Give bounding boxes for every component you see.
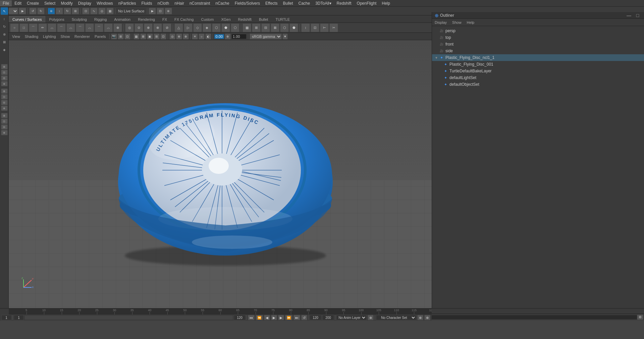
prev-frame-button[interactable]: ⏪ [256, 315, 263, 320]
menu-bullet[interactable]: Bullet [280, 0, 296, 6]
shelf-icon-13[interactable]: ◎ [125, 23, 134, 32]
outliner-item-front[interactable]: 🎥 front [432, 41, 644, 48]
shelf-icon-3[interactable]: ⌒ [29, 23, 38, 32]
tool-render-1[interactable]: ⊞ [1, 88, 8, 94]
shelf-icon-10[interactable]: ⌒ [95, 23, 103, 32]
tool-rotate[interactable]: ↻ [1, 23, 8, 30]
vp-icon-light1[interactable]: ☀ [192, 33, 198, 40]
vp-icon-panels5[interactable]: ⊡ [160, 33, 166, 40]
menu-effects[interactable]: Effects [263, 0, 280, 6]
vp-icon-light2[interactable]: ☼ [199, 33, 205, 40]
tab-polygons[interactable]: Polygons [45, 16, 68, 22]
menu-fields-solvers[interactable]: Fields/Solvers [232, 0, 263, 6]
shelf-icon-19[interactable]: ▷ [184, 23, 193, 32]
menu-nconstraint[interactable]: nConstraint [187, 0, 213, 6]
tb-btn-rot[interactable]: ↻ [64, 8, 71, 14]
shelf-icon-25[interactable]: ▦ [243, 23, 251, 32]
anim-layer-dropdown[interactable]: No Anim Layer [336, 315, 367, 320]
tab-xgen[interactable]: XGen [217, 16, 234, 22]
tool-scale[interactable]: ⊕ [1, 30, 8, 38]
tb-btn-move[interactable]: ↕ [56, 8, 63, 14]
char-set-icon[interactable]: ⊕ [417, 315, 423, 320]
shelf-icon-12[interactable]: ⊕ [113, 23, 122, 32]
tb-snap-curve[interactable]: ∿ [90, 8, 98, 14]
shelf-icon-33[interactable]: ⊢ [320, 23, 329, 32]
shelf-icon-11[interactable]: ⌓ [104, 23, 113, 32]
shelf-icon-14[interactable]: ⊙ [135, 23, 143, 32]
tb-snap-point[interactable]: ◎ [98, 8, 106, 14]
menu-cache[interactable]: Cache [296, 0, 313, 6]
timeline-end-frame[interactable] [234, 315, 246, 320]
shelf-icon-4[interactable]: ✏ [38, 23, 47, 32]
vp-menu-panels[interactable]: Panels [93, 34, 108, 39]
vp-colorspace-dropdown[interactable]: sRGB gamma [250, 33, 282, 40]
menu-create[interactable]: Create [24, 0, 42, 6]
vp-icon-cam[interactable]: 📷 [111, 33, 117, 40]
next-frame-button[interactable]: ⏩ [285, 315, 292, 320]
vp-icon-aa[interactable]: ⊕ [176, 33, 182, 40]
tool-extra-2[interactable]: ⊡ [1, 119, 8, 124]
vp-icon-panels2[interactable]: ⊠ [140, 33, 146, 40]
tab-custom[interactable]: Custom [198, 16, 218, 22]
menu-redshift[interactable]: Redshift [334, 0, 354, 6]
tool-select[interactable]: ↖ [1, 7, 8, 15]
char-set-dropdown[interactable]: No Character Set [376, 315, 416, 320]
outliner-item-turtle-layer[interactable]: ✦ TurtleDefaultBakeLayer [432, 68, 644, 74]
shelf-icon-29[interactable]: ⬡ [280, 23, 289, 32]
tb-snap-grid[interactable]: ⊡ [82, 8, 90, 14]
menu-edit[interactable]: Edit [12, 0, 24, 6]
menu-3dtoall[interactable]: 3DToAll▾ [313, 0, 334, 6]
shelf-icon-32[interactable]: ⊡ [311, 23, 319, 32]
vp-num-field2[interactable] [231, 34, 247, 39]
outliner-item-side[interactable]: 🎥 side [432, 48, 644, 54]
outliner-item-persp[interactable]: 🎥 persp [432, 27, 644, 34]
vp-icon-panels3[interactable]: ▣ [147, 33, 153, 40]
prev-key-button[interactable]: ◀ [264, 315, 270, 320]
tool-move[interactable]: ↕ [1, 15, 8, 22]
vp-icon-depth[interactable]: ⊗ [183, 33, 189, 40]
tool-7[interactable] [1, 56, 8, 64]
shelf-icon-31[interactable]: ↕ [301, 23, 310, 32]
timeline-range-end[interactable] [310, 315, 321, 320]
tool-panel-1[interactable]: ⊞ [1, 64, 8, 69]
out-menu-help[interactable]: Help [466, 20, 476, 24]
shelf-icon-27[interactable]: ⊟ [261, 23, 270, 32]
tab-sculpting[interactable]: Sculpting [68, 16, 91, 22]
tb-btn-redo[interactable]: ↻ [37, 8, 45, 14]
vp-icon-frame[interactable]: ⊡ [124, 33, 130, 40]
rewind-start-button[interactable]: ⏮ [248, 315, 255, 320]
tab-turtle[interactable]: TURTLE [272, 16, 293, 22]
tab-rendering[interactable]: Rendering [134, 16, 159, 22]
outliner-item-top[interactable]: 🎥 top [432, 34, 644, 41]
shelf-icon-22[interactable]: ⬡ [212, 23, 221, 32]
shelf-icon-8[interactable]: ⌒ [76, 23, 85, 32]
vp-menu-renderer[interactable]: Renderer [72, 34, 92, 39]
menu-ncloth[interactable]: nCloth [155, 0, 172, 6]
menu-openflight[interactable]: OpenFlight [354, 0, 379, 6]
tab-fx[interactable]: FX [159, 16, 171, 22]
tool-5[interactable]: ⊠ [1, 38, 8, 46]
outliner-item-disc-mesh[interactable]: ✦ Plastic_Flying_Disc_001 [432, 61, 644, 68]
outliner-item-default-light-set[interactable]: ✦ defaultLightSet [432, 74, 644, 81]
vp-menu-lighting[interactable]: Lighting [41, 34, 58, 39]
timeline-start-frame[interactable] [14, 315, 24, 320]
play-button[interactable]: ▶ [271, 315, 277, 320]
tool-panel-3[interactable]: ⊟ [1, 75, 8, 81]
tb-render-1[interactable]: ▶ [149, 8, 156, 14]
menu-modify[interactable]: Modify [58, 0, 75, 6]
shelf-icon-26[interactable]: ⊞ [252, 23, 261, 32]
vp-menu-view[interactable]: View [10, 34, 22, 39]
vp-icon-shadow[interactable]: ◐ [205, 33, 211, 40]
next-key-button[interactable]: ▶ [278, 315, 284, 320]
vp-icon-color[interactable]: ⊕ [225, 33, 231, 40]
tb-btn-scale[interactable]: ⊞ [72, 8, 79, 14]
outliner-item-disc-group[interactable]: ▼ ✦ Plastic_Flying_Disc_ncl1_1 [432, 54, 644, 61]
tb-btn-undo[interactable]: ↺ [29, 8, 37, 14]
menu-display[interactable]: Display [75, 0, 94, 6]
tool-panel-2[interactable]: ⊡ [1, 70, 8, 75]
anim-layer-icon[interactable]: ⊕ [368, 315, 374, 320]
tab-fx-caching[interactable]: FX Caching [171, 16, 197, 22]
shelf-icon-17[interactable]: ⊘ [163, 23, 171, 32]
tb-snap-view[interactable]: ▦ [106, 8, 114, 14]
shelf-icon-23[interactable]: ⬟ [221, 23, 230, 32]
